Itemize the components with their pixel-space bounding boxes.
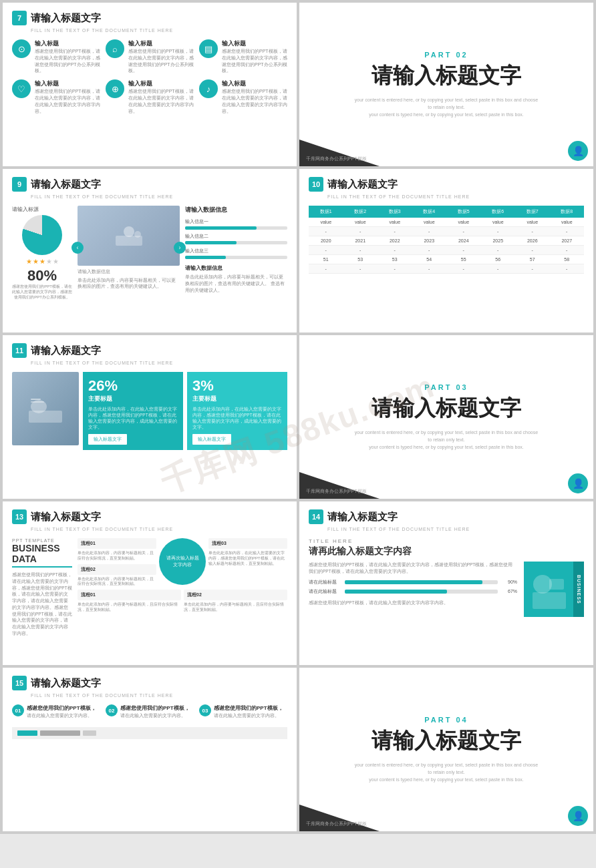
input-fill-1 (185, 226, 257, 230)
td: - (412, 264, 447, 274)
nav-left-btn[interactable]: ‹ (71, 242, 84, 254)
card-info-2: 3% 主要标题 单击此处添加内容，在此输入您需要的文字内容，感谢您使用我们的PP… (187, 372, 287, 450)
slide-7-subtitle: FILL IN THE TEXT OF THE DOCUMENT TITLE H… (31, 28, 287, 33)
slide-15-title: 请输入标题文字 (31, 677, 101, 690)
th-2: 数据2 (343, 206, 378, 218)
star-3: ★ (39, 258, 45, 265)
step-label-3: 感谢您使用我们的PPT模板， (214, 704, 283, 712)
td: value (343, 218, 378, 227)
part02-main-title: 请输入标题文字 (371, 61, 521, 91)
slide-11-num: 11 (12, 343, 27, 358)
slide-10-num: 10 (309, 177, 323, 192)
th-3: 数据3 (378, 206, 412, 218)
slide-grid: 7 请输入标题文字 FILL IN THE TEXT OF THE DOCUME… (0, 0, 596, 834)
td: - (309, 246, 343, 255)
td: - (378, 227, 412, 236)
part04-person-icon: 👤 (568, 806, 588, 826)
icon-3: ▤ (199, 39, 218, 58)
flow-bottom: 流程01 单击此处添加内容，内容要与标题相关，且应符合实际情况，直至复制粘贴。 … (78, 590, 287, 613)
slide-9-title: 请输入标题文字 (31, 178, 101, 191)
td: - (378, 264, 412, 274)
icon-text-1: 输入标题 感谢您使用我们的PPT模板，请在此输入您需要的文字内容，感谢您使用我们… (35, 39, 100, 74)
icon-item-5: ⊕ 输入标题 感谢您使用我们的PPT模板，请在此输入您需要的文字内容，请在此输入… (106, 79, 194, 114)
td: - (515, 246, 550, 255)
slide-14-title-row: 14 请输入标题文字 (309, 509, 584, 524)
step-num-2: 02 (106, 704, 118, 716)
td: - (378, 246, 412, 255)
td: 54 (412, 255, 447, 264)
slide-13: 13 请输入标题文字 FILL IN THE TEXT OF THE DOCUM… (3, 501, 297, 665)
icon-1: ⊙ (12, 39, 31, 58)
step-desc-2: 请在此输入您需要的文字内容。 (120, 712, 190, 719)
part04-footer: 千库网商务办公系列PPT模板 (306, 821, 367, 827)
prog-pct-1: 90% (500, 579, 517, 586)
prog-bar-1 (345, 580, 498, 584)
td: 58 (550, 255, 585, 264)
icon-item-6: ♪ 输入标题 感谢您使用我们的PPT模板，请在此输入您需要的文字内容，请在此输入… (199, 79, 287, 114)
table-row: -------- (309, 246, 584, 255)
bottom-desc: 感谢您使用我们的PPT模板，请在此输入您需要的文字内容字内容。 (309, 600, 517, 606)
part04-desc2: your content is typed here, or by copyin… (369, 776, 524, 783)
slide-11: 11 请输入标题文字 FILL IN THE TEXT OF THE DOCUM… (3, 335, 297, 499)
part03-footer: 千库网商务办公系列PPT模板 (306, 488, 367, 495)
slide-9-content: 请输入标源 ★ ★ ★ ★ ★ 80% 感谢您使用我们的PPT模板，请在此输入您… (12, 206, 287, 300)
part03-desc1: your content is entered here, or by copy… (353, 429, 540, 443)
part02-person-icon: 👤 (568, 141, 588, 161)
td: 57 (515, 255, 550, 264)
icon-text-6: 输入标题 感谢您使用我们的PPT模板，请在此输入您需要的文字内容，请在此输入您需… (222, 79, 287, 114)
td: - (550, 246, 585, 255)
mid-desc: 请输入数据信息 (78, 268, 180, 274)
ppt-label: PPT TEMPLATE (12, 538, 72, 543)
prog-label-2: 请在此输标题 (309, 588, 342, 596)
card-btn-1[interactable]: 输入标题文字 (88, 434, 127, 445)
slide-11-subtitle: FILL IN THE TEXT OF THE DOCUMENT TITLE H… (31, 361, 287, 365)
mid-photo (78, 206, 180, 266)
step-text-2: 感谢您使用我们的PPT模板， 请在此输入您需要的文字内容。 (120, 704, 190, 719)
td: - (515, 227, 550, 236)
svg-point-1 (124, 226, 134, 237)
td: value (515, 218, 550, 227)
table-row: -------- (309, 227, 584, 236)
td: 53 (343, 255, 378, 264)
input-fill-3 (185, 256, 226, 259)
td: 2025 (481, 236, 516, 246)
td: value (309, 218, 343, 227)
flow-desc-02b: 单击此处添加内容，内容要与标题相关，且应符合实际情况，直至复制粘贴。 (184, 602, 287, 613)
th-5: 数据5 (446, 206, 481, 218)
td: 56 (481, 255, 516, 264)
bottom-bar (12, 727, 287, 739)
bar-seg-3 (83, 730, 96, 736)
slide-10-subtitle: FILL IN THE TEXT OF THE DOCUMENT TITLE H… (327, 194, 584, 199)
td: 2026 (515, 236, 550, 246)
svg-rect-6 (31, 401, 44, 403)
td: - (446, 227, 481, 236)
flow-node-02a: 流程02 (78, 564, 156, 575)
chart-label: 请输入标源 (12, 206, 72, 213)
dark-triangle-4 (299, 805, 380, 831)
slide-9: 9 请输入标题文字 FILL IN THE TEXT OF THE DOCUME… (3, 169, 297, 333)
part02-label: PART 02 (424, 51, 468, 59)
flow-node-03: 流程03 (208, 538, 287, 549)
td: - (481, 264, 516, 274)
pie-chart (22, 215, 62, 255)
part02-desc2: your content is typed here, or by copyin… (369, 111, 524, 118)
step-2: 02 感谢您使用我们的PPT模板， 请在此输入您需要的文字内容。 (106, 704, 194, 719)
card-info-1: 26% 主要标题 单击此处添加内容，在此输入您需要的文字内容，感谢您使用我们的P… (83, 372, 183, 450)
th-6: 数据6 (481, 206, 516, 218)
star-4: ★ (46, 258, 52, 265)
td: 2023 (412, 236, 447, 246)
card-pct-2: 3% (192, 377, 282, 395)
card-btn-2[interactable]: 输入标题文字 (192, 434, 231, 445)
table-header-row: 数据1 数据2 数据3 数据4 数据5 数据6 数据7 数据8 (309, 206, 584, 218)
icon-item-3: ▤ 输入标题 感谢您使用我们的PPT模板，请在此输入您需要的文字内容，感谢您使用… (199, 39, 287, 74)
flow-desc-03: 单击此处添加内容，在此输入您需要的文字内容，感谢您使用我们的PPT模板，请在此输… (208, 551, 287, 566)
td: 2020 (309, 236, 343, 246)
td: value (550, 218, 585, 227)
part04-desc1: your content is entered here, or by copy… (353, 761, 540, 776)
part04-main-title: 请输入标题文字 (371, 726, 521, 756)
td: - (343, 246, 378, 255)
nav-right-btn[interactable]: › (174, 242, 186, 254)
prog-fill-1 (345, 580, 482, 584)
step-desc-3: 请在此输入您需要的文字内容。 (214, 712, 283, 719)
td: - (550, 227, 585, 236)
